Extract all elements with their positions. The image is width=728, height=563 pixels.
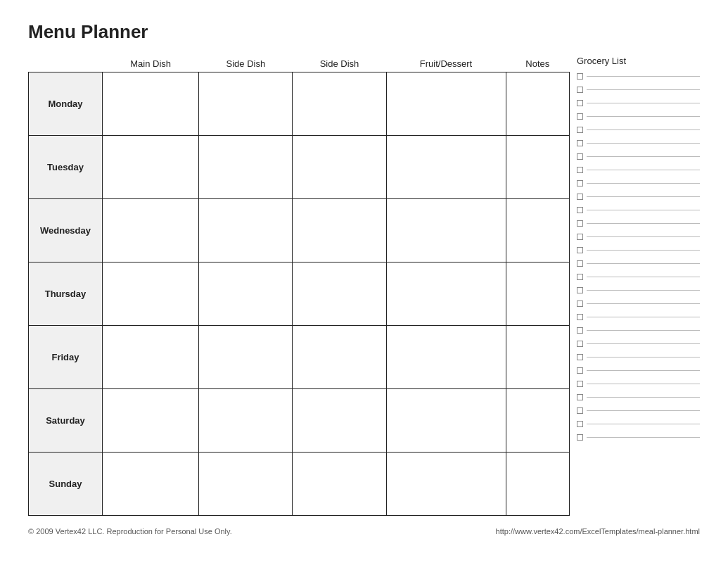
cell-wednesday-col1[interactable] [199,199,293,262]
cell-sunday-col2[interactable] [293,453,386,516]
cell-friday-col4[interactable] [506,326,569,389]
grocery-checkbox[interactable] [577,274,583,280]
grocery-checkbox[interactable] [577,153,583,160]
grocery-line [587,223,700,224]
grocery-line [587,89,700,90]
day-label-tuesday: Tuesday [29,136,103,199]
grocery-checkbox[interactable] [577,220,583,227]
grocery-checkbox[interactable] [577,381,583,387]
cell-wednesday-col2[interactable] [293,199,386,262]
cell-sunday-col3[interactable] [386,453,506,516]
col-header-day [29,56,103,72]
grocery-item [577,391,700,403]
grocery-checkbox[interactable] [577,167,583,173]
grocery-item [577,418,700,430]
cell-sunday-col1[interactable] [199,453,293,516]
grocery-line [587,437,700,438]
grocery-checkbox[interactable] [577,314,583,320]
cell-saturday-col4[interactable] [506,389,569,453]
grocery-item [577,151,700,163]
grocery-item [577,164,700,176]
cell-saturday-col1[interactable] [199,389,293,453]
cell-wednesday-col3[interactable] [386,199,506,262]
cell-monday-col0[interactable] [103,72,199,136]
grocery-item [577,137,700,149]
grocery-checkbox[interactable] [577,207,583,213]
grocery-checkbox[interactable] [577,100,583,106]
grocery-checkbox[interactable] [577,73,583,80]
cell-thursday-col1[interactable] [199,262,293,326]
grocery-checkbox[interactable] [577,341,583,347]
grocery-line [587,250,700,251]
grocery-checkbox[interactable] [577,407,583,414]
cell-tuesday-col2[interactable] [293,136,386,199]
cell-monday-col4[interactable] [506,72,569,136]
grocery-line [587,196,700,197]
grocery-checkbox[interactable] [577,247,583,253]
grocery-checkbox[interactable] [577,287,583,293]
grocery-item [577,284,700,296]
grocery-checkbox[interactable] [577,140,583,146]
grocery-checkbox[interactable] [577,113,583,120]
grocery-checkbox[interactable] [577,421,583,427]
grocery-line [587,143,700,144]
grocery-item [577,365,700,377]
cell-wednesday-col0[interactable] [103,199,199,262]
cell-sunday-col4[interactable] [506,453,569,516]
grocery-line [587,357,700,358]
grocery-checkbox[interactable] [577,180,583,186]
grocery-checkbox[interactable] [577,127,583,133]
cell-friday-col0[interactable] [103,326,199,389]
cell-thursday-col4[interactable] [506,262,569,326]
grocery-checkbox[interactable] [577,234,583,240]
cell-thursday-col3[interactable] [386,262,506,326]
cell-thursday-col2[interactable] [293,262,386,326]
cell-saturday-col0[interactable] [103,389,199,453]
cell-saturday-col3[interactable] [386,389,506,453]
grocery-item [577,97,700,109]
grocery-checkbox[interactable] [577,394,583,400]
cell-monday-col1[interactable] [199,72,293,136]
grocery-line [587,424,700,424]
grocery-item [577,271,700,283]
grocery-item [577,338,700,350]
cell-wednesday-col4[interactable] [506,199,569,262]
cell-tuesday-col1[interactable] [199,136,293,199]
grocery-line [587,263,700,264]
cell-thursday-col0[interactable] [103,262,199,326]
grocery-checkbox[interactable] [577,194,583,200]
cell-tuesday-col4[interactable] [506,136,569,199]
grocery-item [577,110,700,122]
grocery-checkbox[interactable] [577,354,583,360]
grocery-checkbox[interactable] [577,87,583,93]
grocery-item [577,244,700,256]
day-label-thursday: Thursday [29,262,103,326]
grocery-line [587,343,700,344]
grocery-item [577,84,700,96]
cell-monday-col2[interactable] [293,72,386,136]
grocery-checkbox[interactable] [577,301,583,307]
cell-monday-col3[interactable] [386,72,506,136]
grocery-line [587,370,700,371]
grocery-checkbox[interactable] [577,260,583,267]
grocery-line [587,156,700,157]
cell-tuesday-col3[interactable] [386,136,506,199]
cell-friday-col1[interactable] [199,326,293,389]
cell-friday-col3[interactable] [386,326,506,389]
grocery-line [587,397,700,398]
planner-table-wrap: Main Dish Side Dish Side Dish Fruit/Dess… [28,56,570,516]
grocery-checkbox[interactable] [577,367,583,374]
grocery-line [587,384,700,384]
grocery-line [587,277,700,277]
grocery-checkbox[interactable] [577,434,583,441]
grocery-item [577,70,700,82]
cell-saturday-col2[interactable] [293,389,386,453]
cell-tuesday-col0[interactable] [103,136,199,199]
grocery-checkbox[interactable] [577,327,583,334]
grocery-item [577,191,700,203]
cell-friday-col2[interactable] [293,326,386,389]
col-header-notes: Notes [506,56,569,72]
grocery-line [587,290,700,291]
grocery-line [587,210,700,210]
cell-sunday-col0[interactable] [103,453,199,516]
